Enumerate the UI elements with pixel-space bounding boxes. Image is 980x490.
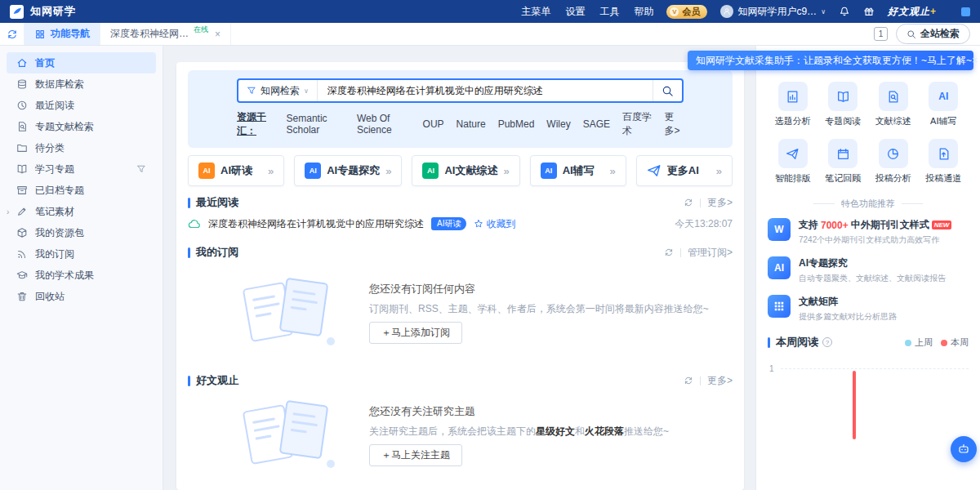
ai-tool-label: AI辅写 — [563, 163, 595, 178]
search-engine-select[interactable]: 知网检索 ∨ — [238, 80, 318, 101]
tab-bar: 功能导航 深度卷积神经网… 在线 × 1 全站检索 — [0, 23, 980, 46]
close-icon[interactable]: × — [215, 29, 220, 40]
quick-note-review[interactable]: 笔记回顾 — [818, 139, 869, 185]
source-web-of-science[interactable]: Web Of Science — [357, 113, 411, 136]
user-account[interactable]: 知网研学用户c9… ∨ — [720, 5, 826, 19]
assistant-chat-button[interactable] — [951, 436, 977, 462]
source-sage[interactable]: SAGE — [583, 118, 610, 130]
chevron-right-icon[interactable]: › — [7, 207, 9, 216]
more-ai-button[interactable]: 更多AI» — [636, 155, 733, 186]
weekly-reading-section: 本周阅读 ? 上周 本周 — [768, 333, 969, 351]
source-semantic-scholar[interactable]: Semantic Scholar — [287, 113, 345, 136]
gift-icon[interactable] — [863, 6, 875, 17]
app-title: 知网研学 — [30, 4, 76, 19]
avatar — [720, 5, 733, 18]
menu-tools[interactable]: 工具 — [599, 5, 619, 19]
section-title: 好文观止 — [196, 373, 238, 388]
favorite-button[interactable]: 收藏到 — [474, 217, 515, 231]
source-nature[interactable]: Nature — [457, 118, 486, 130]
quick-literature-review[interactable]: 文献综述 — [868, 82, 919, 127]
vip-label: 会员 — [682, 6, 700, 18]
filter-icon[interactable] — [136, 164, 146, 174]
ai-read-button[interactable]: AI AI研读» — [188, 155, 284, 186]
haowen-promo[interactable]: 好文观止+ — [888, 5, 937, 19]
page-count-badge[interactable]: 1 — [874, 27, 888, 41]
tab-function-nav[interactable]: 功能导航 — [24, 23, 100, 45]
empty-title: 您还没有订阅任何内容 — [369, 282, 709, 296]
refresh-icon[interactable] — [664, 247, 674, 257]
menu-help[interactable]: 帮助 — [634, 5, 653, 19]
weekly-reading-chart: 1 — [768, 358, 969, 428]
help-icon[interactable]: ? — [822, 337, 832, 347]
add-subscription-button[interactable]: ＋马上添加订阅 — [369, 322, 462, 344]
search-input[interactable]: 深度卷积神经网络在计算机视觉中的应用研究综述 — [318, 84, 653, 98]
sync-button[interactable] — [0, 23, 24, 45]
vip-badge[interactable]: V 会员 — [666, 5, 707, 19]
sidebar-item-database-search[interactable]: 数据库检索 — [7, 74, 156, 95]
source-more[interactable]: 更多> — [664, 110, 684, 138]
sidebar-item-recent-reading[interactable]: 最近阅读 — [7, 95, 156, 116]
source-pubmed[interactable]: PubMed — [498, 118, 535, 130]
sidebar-item-unclassified[interactable]: 待分类 — [7, 137, 156, 158]
favorite-label: 收藏到 — [486, 217, 515, 231]
sidebar-item-archived-topics[interactable]: 已归档专题 — [7, 180, 156, 201]
section-accent — [768, 337, 770, 348]
window-icon[interactable] — [961, 7, 970, 16]
double-chevron-icon: » — [268, 165, 274, 177]
sidebar-item-label: 我的学术成果 — [35, 269, 94, 283]
section-title: 我的订阅 — [196, 245, 238, 260]
quick-topic-reading[interactable]: 专题阅读 — [818, 82, 869, 127]
close-icon[interactable]: × — [972, 55, 978, 66]
recent-item[interactable]: 深度卷积神经网络在计算机视觉中的应用研究综述 AI研读 收藏到 今天13:28:… — [188, 212, 733, 236]
sidebar-item-study-topics[interactable]: 学习专题 — [7, 158, 156, 180]
sidebar-item-label: 待分类 — [35, 141, 65, 155]
sidebar-item-topic-literature-search[interactable]: 专题文献检索 — [7, 116, 156, 137]
sidebar-item-label: 回收站 — [35, 290, 65, 304]
menu-main[interactable]: 主菜单 — [521, 5, 550, 19]
follow-topic-button[interactable]: ＋马上关注主题 — [369, 444, 462, 466]
quick-smart-typesetting[interactable]: 智能排版 — [768, 139, 818, 185]
quick-submission-channel[interactable]: 投稿通道 — [919, 139, 969, 185]
source-baidu-scholar[interactable]: 百度学术 — [622, 110, 652, 138]
banner-text: 知网研学文献采集助手：让题录和全文获取更方便！~马上了解~ — [696, 54, 972, 68]
right-panel: 功能直达 ∧自定义 选题分析 专题阅读 文献综述 AIAI辅写 智能排版 笔记回… — [755, 46, 980, 490]
sidebar-item-label: 最近阅读 — [35, 99, 74, 113]
refresh-icon[interactable] — [684, 376, 693, 385]
source-oup[interactable]: OUP — [423, 118, 444, 130]
feature-ai-topic-explore[interactable]: AI AI专题探究 自动专题聚类、文献综述、文献阅读报告 — [768, 256, 969, 284]
sidebar-item-resource-pack[interactable]: 我的资源包 — [7, 222, 156, 243]
ai-topic-explore-button[interactable]: AI AI专题探究» — [294, 155, 402, 186]
sidebar-item-label: 学习专题 — [35, 163, 74, 176]
ai-writing-assist-button[interactable]: AI AI辅写» — [530, 155, 626, 186]
sidebar-item-note-material[interactable]: ›笔记素材 — [7, 201, 156, 222]
notification-bell-icon[interactable] — [839, 6, 850, 17]
source-wiley[interactable]: Wiley — [546, 118, 570, 130]
double-chevron-icon: » — [610, 165, 616, 177]
ai-read-badge[interactable]: AI研读 — [431, 217, 466, 230]
search-button[interactable] — [653, 80, 682, 101]
sidebar-item-academic-achievements[interactable]: 我的学术成果 — [7, 265, 156, 286]
site-search-button[interactable]: 全站检索 — [896, 24, 970, 44]
recent-item-title[interactable]: 深度卷积神经网络在计算机视觉中的应用研究综述 — [208, 217, 424, 231]
refresh-icon[interactable] — [684, 198, 693, 207]
menu-settings[interactable]: 设置 — [565, 5, 585, 19]
word-icon: W — [768, 218, 791, 241]
feature-literature-matrix[interactable]: 文献矩阵 提供多篇文献对比分析思路 — [768, 295, 969, 323]
quick-topic-analysis[interactable]: 选题分析 — [768, 82, 818, 127]
legend-last-week: 上周 — [905, 336, 933, 349]
collector-promo-banner[interactable]: 知网研学文献采集助手：让题录和全文获取更方便！~马上了解~ × — [688, 51, 973, 70]
quick-submission-analysis[interactable]: 投稿分析 — [868, 139, 919, 185]
ai-icon: AI — [305, 163, 321, 179]
tab-document[interactable]: 深度卷积神经网… 在线 × — [100, 23, 231, 45]
star-icon — [474, 219, 483, 229]
this-week-bar — [853, 371, 856, 439]
sidebar-item-subscriptions[interactable]: 我的订阅 — [7, 243, 156, 265]
feature-citation-styles[interactable]: W 支持7000+中外期刊引文样式NEW 7242个中外期刊引文样式助力高效写作 — [768, 218, 969, 246]
more-link[interactable]: 更多> — [707, 196, 733, 210]
more-link[interactable]: 更多> — [707, 374, 733, 388]
sidebar-item-recycle-bin[interactable]: 回收站 — [7, 286, 156, 307]
quick-ai-writing[interactable]: AIAI辅写 — [919, 82, 969, 127]
sidebar-item-home[interactable]: 首页 — [7, 52, 156, 74]
manage-subscriptions-link[interactable]: 管理订阅> — [688, 246, 733, 260]
ai-literature-review-button[interactable]: AI AI文献综述» — [412, 155, 519, 186]
